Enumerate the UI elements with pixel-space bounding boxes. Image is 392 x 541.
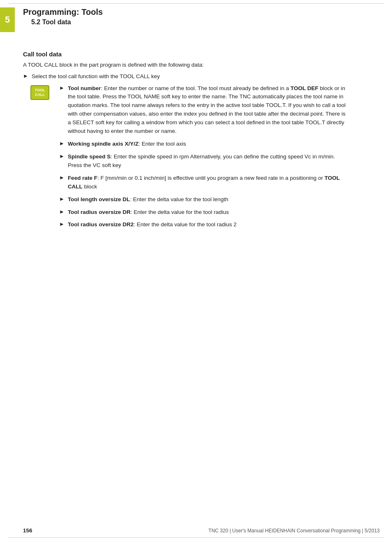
sub-bullet-bold-0: Tool number (68, 85, 101, 91)
sub-bullet-row-4: ► Tool length oversize DL: Enter the del… (59, 195, 347, 204)
sub-bullet-arrow-3: ► (59, 174, 65, 181)
sub-bullet-text-3b: block (83, 183, 97, 190)
sub-bullet-bold-2: Spindle speed S (68, 153, 111, 160)
footer-page-number: 156 (23, 527, 32, 534)
sub-bullet-row-6: ► Tool radius oversize DR2: Enter the de… (59, 221, 347, 229)
intro-text: A TOOL CALL block in the part program is… (23, 61, 360, 69)
sub-bullet-text-2: Spindle speed S: Enter the spindle speed… (68, 153, 347, 170)
main-title: Programming: Tools (23, 7, 380, 17)
sub-bullet-text-1: Working spindle axis X/Y/Z: Enter the to… (68, 140, 186, 149)
header-section: Programming: Tools 5.2 Tool data (23, 7, 380, 26)
sub-bullet-text-3a: : F [mm/min or 0.1 inch/min] is effectiv… (97, 175, 325, 181)
chapter-number: 5 (5, 14, 10, 25)
footer: 156 TNC 320 | User's Manual HEIDENHAIN C… (23, 527, 380, 534)
page-border-top (8, 3, 384, 4)
tool-call-block: TOOL CALL ► Tool number: Enter the numbe… (30, 84, 380, 234)
sub-bullet-text-0: Tool number: Enter the number or name of… (68, 84, 347, 136)
sub-bullet-arrow-5: ► (59, 209, 65, 215)
tool-call-key-line1: TOOL (35, 88, 45, 93)
sub-bullet-row-2: ► Spindle speed S: Enter the spindle spe… (59, 153, 347, 170)
sub-bullet-bold-6: Tool radius oversize DR2 (68, 221, 134, 228)
sub-bullet-text-5a: : Enter the delta value for the tool rad… (131, 209, 229, 215)
sub-bullet-text-6a: : Enter the delta value for the tool rad… (134, 221, 237, 228)
sub-bullet-row-5: ► Tool radius oversize DR: Enter the del… (59, 208, 347, 217)
sub-bullet-text-0b: block or in the tool table. Press the TO… (68, 85, 346, 135)
sub-bullet-text-5: Tool radius oversize DR: Enter the delta… (68, 208, 229, 217)
sub-bullet-text-4a: : Enter the delta value for the tool len… (130, 196, 228, 202)
sub-bullet-arrow-6: ► (59, 221, 65, 227)
chapter-tab: 5 (0, 7, 15, 32)
sub-bullet-row-0: ► Tool number: Enter the number or name … (59, 84, 347, 136)
sub-bullet-arrow-0: ► (59, 85, 65, 91)
sub-bullet-text-4: Tool length oversize DL: Enter the delta… (68, 195, 228, 204)
sub-bullet-bold-4: Tool length oversize DL (68, 196, 130, 202)
sub-bullet-arrow-4: ► (59, 196, 65, 202)
sub-bullet-arrow-2: ► (59, 153, 65, 159)
page-border-bottom (8, 537, 384, 538)
sidebar: 5 (0, 0, 19, 541)
sub-bullet-bold-1: Working spindle axis X/Y/Z (68, 141, 138, 147)
sub-bullets-container: ► Tool number: Enter the number or name … (59, 84, 347, 234)
tool-call-key-button: TOOL CALL (30, 85, 49, 100)
sub-bullet-text-3: Feed rate F: F [mm/min or 0.1 inch/min] … (68, 174, 347, 191)
sub-bullet-bold-5: Tool radius oversize DR (68, 209, 131, 215)
sub-bullet-bold-3: Feed rate F (68, 175, 97, 181)
first-bullet-row: ► Select the tool call function with the… (23, 72, 380, 81)
main-content: Programming: Tools 5.2 Tool data Call to… (23, 0, 380, 233)
sub-bullet-arrow-1: ► (59, 140, 65, 146)
sub-bullet-text-6: Tool radius oversize DR2: Enter the delt… (68, 221, 237, 229)
first-bullet-arrow: ► (23, 73, 28, 79)
first-bullet-text: Select the tool call function with the T… (32, 72, 160, 81)
sub-bullet-bold2-0: TOOL DEF (291, 85, 318, 91)
section-heading: Call tool data (23, 51, 380, 58)
sub-bullet-text-0a: : Enter the number or name of the tool. … (101, 85, 291, 91)
sub-bullet-row-3: ► Feed rate F: F [mm/min or 0.1 inch/min… (59, 174, 347, 191)
sub-bullet-text-1a: : Enter the tool axis (138, 141, 186, 147)
sub-bullet-row-1: ► Working spindle axis X/Y/Z: Enter the … (59, 140, 347, 149)
tool-call-key-line2: CALL (35, 93, 45, 97)
sub-title: 5.2 Tool data (31, 19, 380, 26)
footer-right-text: TNC 320 | User's Manual HEIDENHAIN Conve… (208, 528, 380, 534)
